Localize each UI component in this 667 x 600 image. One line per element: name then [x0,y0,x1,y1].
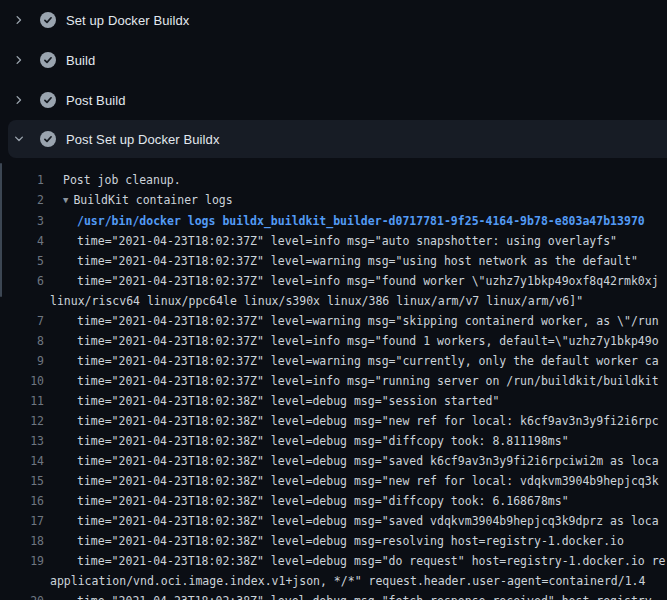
chevron-down-icon[interactable] [12,133,25,146]
log-line-number[interactable]: 15 [0,471,44,491]
log-line-text: Post job cleanup. [50,170,667,190]
step-post-build[interactable]: Post Build [0,80,667,120]
log-line-text: time="2021-04-23T18:02:38Z" level=debug … [50,511,667,531]
log-line: 11time="2021-04-23T18:02:38Z" level=debu… [0,391,667,411]
log-line-text: time="2021-04-23T18:02:37Z" level=info m… [50,371,667,391]
log-line: 13time="2021-04-23T18:02:38Z" level=debu… [0,431,667,451]
log-line-number[interactable]: 4 [0,231,44,251]
step-label: Post Set up Docker Buildx [66,132,220,147]
chevron-right-icon[interactable] [12,94,25,107]
log-line-number[interactable]: 9 [0,351,44,371]
log-line: 8time="2021-04-23T18:02:37Z" level=info … [0,331,667,351]
log-line: 5time="2021-04-23T18:02:37Z" level=warni… [0,251,667,271]
log-line-text: time="2021-04-23T18:02:38Z" level=debug … [50,551,667,591]
log-line-text: time="2021-04-23T18:02:38Z" level=debug … [50,491,667,511]
log-line-number[interactable]: 6 [0,271,44,311]
log-line-text: ▼BuildKit container logs [50,190,667,211]
check-circle-icon [40,12,56,28]
collapse-triangle-icon[interactable]: ▼ [63,190,68,210]
step-set-up-docker-buildx[interactable]: Set up Docker Buildx [0,0,667,40]
log-line-number[interactable]: 14 [0,451,44,471]
log-line-number[interactable]: 7 [0,311,44,331]
log-line-number[interactable]: 2 [0,190,44,211]
log-line: 20time="2021-04-23T18:02:38Z" level=debu… [0,591,667,600]
log-line-text: time="2021-04-23T18:02:37Z" level=info m… [50,331,667,351]
step-label: Set up Docker Buildx [66,13,189,28]
step-label: Build [66,53,95,68]
log-line: 19time="2021-04-23T18:02:38Z" level=debu… [0,551,667,591]
log-line-number[interactable]: 13 [0,431,44,451]
log-line-text: time="2021-04-23T18:02:37Z" level=info m… [50,271,667,311]
log-line: 6time="2021-04-23T18:02:37Z" level=info … [0,271,667,311]
log-line-text: time="2021-04-23T18:02:38Z" level=debug … [50,431,667,451]
actions-log-viewer: Set up Docker Buildx Build Post Build Po… [0,0,667,600]
log-line-text: time="2021-04-23T18:02:37Z" level=info m… [50,231,667,251]
log-line-text: time="2021-04-23T18:02:38Z" level=debug … [50,451,667,471]
chevron-right-icon[interactable] [12,54,25,67]
log-line-number[interactable]: 5 [0,251,44,271]
log-line-number[interactable]: 18 [0,531,44,551]
log-line-number[interactable]: 3 [0,211,44,231]
log-line-wrap-text: linux/riscv64 linux/ppc64le linux/s390x … [50,291,667,311]
log-line-wrap-text: application/vnd.oci.image.index.v1+json,… [50,571,667,591]
log-line-number[interactable]: 8 [0,331,44,351]
log-line: 12time="2021-04-23T18:02:38Z" level=debu… [0,411,667,431]
log-lines: 1Post job cleanup.2▼BuildKit container l… [0,170,667,600]
log-line-text: time="2021-04-23T18:02:38Z" level=debug … [50,531,667,551]
log-line: 4time="2021-04-23T18:02:37Z" level=info … [0,231,667,251]
log-line-number[interactable]: 10 [0,371,44,391]
log-line: 17time="2021-04-23T18:02:38Z" level=debu… [0,511,667,531]
log-line: 14time="2021-04-23T18:02:38Z" level=debu… [0,451,667,471]
check-circle-icon [40,92,56,108]
log-line-text: time="2021-04-23T18:02:37Z" level=warnin… [50,251,667,271]
log-line: 3/usr/bin/docker logs buildx_buildkit_bu… [0,211,667,231]
log-line: 18time="2021-04-23T18:02:38Z" level=debu… [0,531,667,551]
log-line-number[interactable]: 20 [0,591,44,600]
log-line: 10time="2021-04-23T18:02:37Z" level=info… [0,371,667,391]
step-label: Post Build [66,93,126,108]
log-line-number[interactable]: 1 [0,170,44,190]
log-line-text: /usr/bin/docker logs buildx_buildkit_bui… [50,211,667,231]
check-circle-icon [40,131,56,147]
log-line: 7time="2021-04-23T18:02:37Z" level=warni… [0,311,667,331]
log-scrollbar-thumb[interactable] [0,163,2,297]
step-post-set-up-docker-buildx[interactable]: Post Set up Docker Buildx [8,120,667,158]
log-line: 1Post job cleanup. [0,170,667,190]
log-line: 15time="2021-04-23T18:02:38Z" level=debu… [0,471,667,491]
log-line-text: time="2021-04-23T18:02:38Z" level=debug … [50,391,667,411]
log-line: 2▼BuildKit container logs [0,190,667,211]
log-line-text: time="2021-04-23T18:02:37Z" level=warnin… [50,351,667,371]
chevron-right-icon[interactable] [12,14,25,27]
log-line-text: time="2021-04-23T18:02:37Z" level=warnin… [50,311,667,331]
check-circle-icon [40,52,56,68]
log-line-text: time="2021-04-23T18:02:38Z" level=debug … [50,471,667,491]
log-line: 9time="2021-04-23T18:02:37Z" level=warni… [0,351,667,371]
log-line-number[interactable]: 19 [0,551,44,591]
log-line-text: time="2021-04-23T18:02:38Z" level=debug … [50,411,667,431]
log-line-number[interactable]: 17 [0,511,44,531]
log-line: 16time="2021-04-23T18:02:38Z" level=debu… [0,491,667,511]
log-line-number[interactable]: 11 [0,391,44,411]
log-line-number[interactable]: 12 [0,411,44,431]
log-line-number[interactable]: 16 [0,491,44,511]
log-line-text: time="2021-04-23T18:02:38Z" level=debug … [50,591,667,600]
step-build[interactable]: Build [0,40,667,80]
